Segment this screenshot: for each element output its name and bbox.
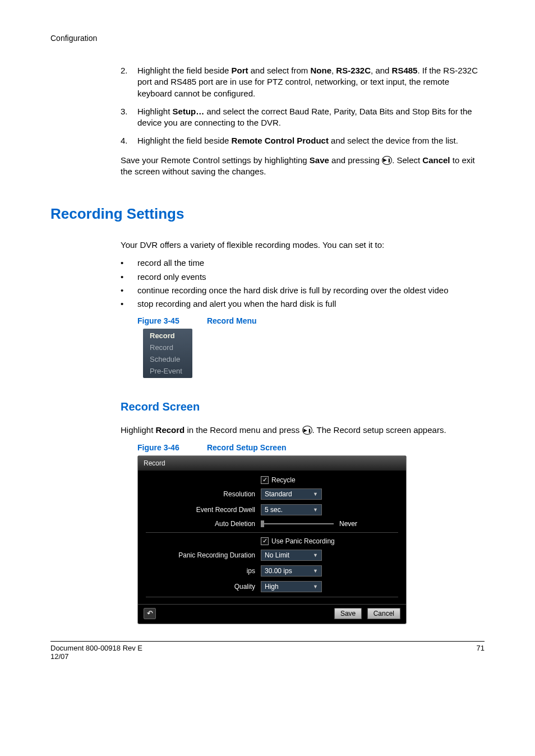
play-pause-icon: ▶❚ xyxy=(382,156,392,165)
list-text: Highlight the field beside Remote Contro… xyxy=(137,135,458,146)
list-item-3: 3. Highlight Setup… and select the corre… xyxy=(121,106,485,129)
list-number: 2. xyxy=(121,65,137,99)
list-item-4: 4. Highlight the field beside Remote Con… xyxy=(121,135,485,146)
setup-title: Record xyxy=(138,456,406,471)
list-item-2: 2. Highlight the field beside Port and s… xyxy=(121,65,485,99)
bold: Setup… xyxy=(173,107,205,116)
menu-title: Record xyxy=(143,330,192,342)
list-number: 4. xyxy=(121,135,137,146)
bullet-text: record only events xyxy=(137,271,206,283)
bullet-text: continue recording once the hard disk dr… xyxy=(137,285,448,296)
list-text: Highlight Setup… and select the correct … xyxy=(137,106,485,129)
bullet-icon: • xyxy=(121,257,137,269)
text: Highlight the field beside xyxy=(137,66,232,75)
section-title: Recording Settings xyxy=(50,205,485,223)
quality-label: Quality xyxy=(146,583,261,591)
text: and pressing xyxy=(329,155,382,165)
record-paragraph: Highlight Record in the Record menu and … xyxy=(121,425,485,436)
chevron-down-icon: ▼ xyxy=(313,568,318,574)
text: and select the device from the list. xyxy=(329,136,458,145)
text: . Select xyxy=(392,155,422,165)
divider xyxy=(146,532,398,533)
bullet-text: record all the time xyxy=(137,257,204,269)
panic-duration-label: Panic Recording Duration xyxy=(146,551,261,559)
footer-date: 12/07 xyxy=(50,652,142,661)
bullet-icon: • xyxy=(121,285,137,296)
panic-duration-dropdown[interactable]: No Limit ▼ xyxy=(261,550,322,561)
chevron-down-icon: ▼ xyxy=(313,552,318,558)
use-panic-checkbox[interactable]: ✓ Use Panic Recording xyxy=(261,537,335,545)
auto-deletion-slider[interactable]: Never xyxy=(261,520,357,528)
event-dwell-dropdown[interactable]: 5 sec. ▼ xyxy=(261,504,322,515)
text: Highlight xyxy=(121,425,156,435)
subsection-title: Record Screen xyxy=(121,400,485,413)
chevron-down-icon: ▼ xyxy=(313,584,318,589)
intro-paragraph: Your DVR offers a variety of flexible re… xyxy=(121,239,485,251)
save-paragraph: Save your Remote Control settings by hig… xyxy=(121,155,485,178)
bullet-text: stop recording and alert you when the ha… xyxy=(137,298,336,310)
checkbox-icon: ✓ xyxy=(261,476,269,484)
text: , and xyxy=(371,66,392,75)
record-menu-box: Record Record Schedule Pre-Event xyxy=(143,329,192,378)
bullet-list: •record all the time •record only events… xyxy=(121,257,485,310)
menu-item-schedule[interactable]: Schedule xyxy=(143,353,192,365)
record-setup-screen: Record ✓ Recycle Resolution Standard ▼ xyxy=(137,455,407,624)
text: Highlight xyxy=(137,107,173,116)
footer-doc: Document 800-00918 Rev E xyxy=(50,644,142,652)
quality-dropdown[interactable]: High ▼ xyxy=(261,581,322,592)
slider-value: Never xyxy=(339,520,357,528)
checkbox-label: Recycle xyxy=(271,476,296,484)
footer-page-number: 71 xyxy=(477,644,485,661)
bold: RS-232C xyxy=(336,66,371,75)
dropdown-value: 5 sec. xyxy=(265,506,283,514)
text: Save your Remote Control settings by hig… xyxy=(121,155,310,165)
bullet-item: •continue recording once the hard disk d… xyxy=(121,285,485,296)
dropdown-value: Standard xyxy=(265,490,292,498)
checkbox-label: Use Panic Recording xyxy=(271,537,335,545)
resolution-dropdown[interactable]: Standard ▼ xyxy=(261,488,322,500)
text: and select from xyxy=(248,66,311,75)
page-footer: Document 800-00918 Rev E 12/07 71 xyxy=(50,641,485,661)
back-button[interactable]: ↶ xyxy=(144,608,156,619)
bullet-item: •record only events xyxy=(121,271,485,283)
chevron-down-icon: ▼ xyxy=(313,491,318,497)
recycle-checkbox[interactable]: ✓ Recycle xyxy=(261,476,296,484)
numbered-list: 2. Highlight the field beside Port and s… xyxy=(121,65,485,147)
ips-label: ips xyxy=(146,567,261,575)
bullet-item: •record all the time xyxy=(121,257,485,269)
bold: Cancel xyxy=(422,155,450,165)
bullet-icon: • xyxy=(121,271,137,283)
back-arrow-icon: ↶ xyxy=(147,609,153,617)
figure-number: Figure 3-46 xyxy=(137,443,205,452)
ips-dropdown[interactable]: 30.00 ips ▼ xyxy=(261,565,322,577)
cancel-button[interactable]: Cancel xyxy=(367,608,400,619)
bold: Remote Control Product xyxy=(232,136,329,145)
menu-item-record[interactable]: Record xyxy=(143,342,192,353)
bullet-icon: • xyxy=(121,298,137,310)
dropdown-value: High xyxy=(265,583,279,591)
checkbox-icon: ✓ xyxy=(261,537,269,545)
text: Highlight the field beside xyxy=(137,136,232,145)
menu-item-pre-event[interactable]: Pre-Event xyxy=(143,365,192,377)
dropdown-value: 30.00 ips xyxy=(265,567,292,575)
bold: Record xyxy=(156,425,185,435)
resolution-label: Resolution xyxy=(146,490,261,498)
divider xyxy=(146,597,398,597)
page-header-section: Configuration xyxy=(50,34,485,43)
figure-title: Record Setup Screen xyxy=(207,443,287,452)
bold: Port xyxy=(232,66,248,75)
figure-number: Figure 3-45 xyxy=(137,316,205,325)
figure-title: Record Menu xyxy=(207,316,257,325)
bold: Save xyxy=(310,155,329,165)
event-dwell-label: Event Record Dwell xyxy=(146,506,261,514)
dropdown-value: No Limit xyxy=(265,551,289,559)
text: . The Record setup screen appears. xyxy=(312,425,446,435)
auto-deletion-label: Auto Deletion xyxy=(146,520,261,528)
text: in the Record menu and press xyxy=(185,425,302,435)
save-button[interactable]: Save xyxy=(334,608,362,619)
figure-label-45: Figure 3-45 Record Menu xyxy=(137,316,485,325)
bold: None xyxy=(311,66,332,75)
figure-label-46: Figure 3-46 Record Setup Screen xyxy=(137,443,485,452)
bold: RS485 xyxy=(392,66,418,75)
slider-thumb-icon xyxy=(261,520,264,527)
